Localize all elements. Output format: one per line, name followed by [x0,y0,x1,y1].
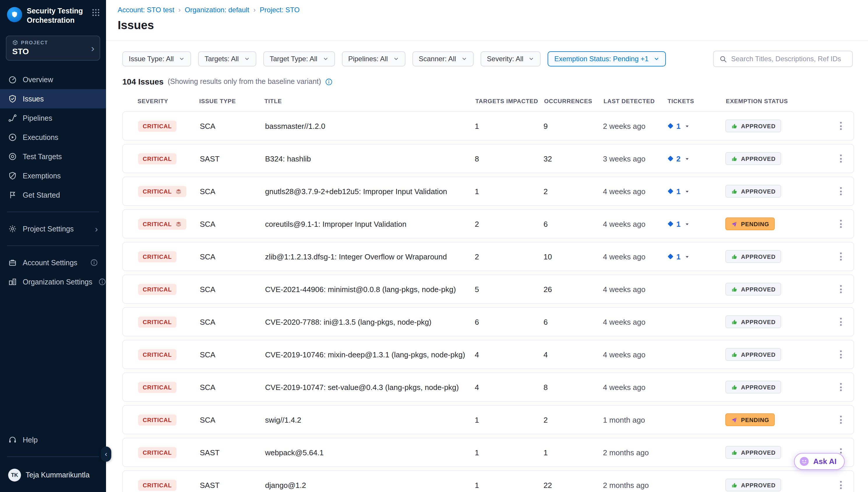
search-box[interactable] [713,51,853,67]
filter-severity[interactable]: Severity: All [481,51,541,67]
occurrences-cell: 9 [544,122,603,130]
gear-icon [8,225,17,233]
sidebar-item-organization-settings[interactable]: Organization Settings [0,272,106,292]
row-menu-icon[interactable] [824,348,845,361]
issue-row[interactable]: CRITICALSCACVE-2019-10746: mixin-deep@1.… [122,340,854,369]
issue-row[interactable]: CRITICALSCAswig//1.4.2121 month agoPENDI… [122,405,854,434]
row-menu-icon[interactable] [824,120,845,132]
issue-title[interactable]: swig//1.4.2 [265,415,475,424]
search-icon [719,55,727,63]
row-menu-icon[interactable] [824,315,845,328]
tickets-cell: 1 [667,122,725,130]
chevron-down-icon[interactable] [684,189,690,194]
issue-title[interactable]: B324: hashlib [265,154,475,163]
filter-scanner[interactable]: Scanner: All [412,51,473,67]
issue-row[interactable]: CRITICALSCACVE-2019-10747: set-value@0.4… [122,372,854,402]
chevron-down-icon[interactable] [684,221,690,226]
issue-row[interactable]: CRITICALSCACVE-2021-44906: minimist@0.0.… [122,275,854,304]
chevron-down-icon[interactable] [684,123,690,128]
chevron-down-icon[interactable] [684,156,690,161]
severity-cell: CRITICAL [138,447,200,458]
sidebar-item-get-started[interactable]: Get Started [0,186,106,205]
filter-target-type[interactable]: Target Type: All [263,51,335,67]
issue-row[interactable]: CRITICALSASTB324: hashlib8323 weeks ago2… [122,144,854,173]
chevron-down-icon[interactable] [684,254,690,259]
occurrences-cell: 2 [544,187,603,196]
exemption-status-cell: APPROVED [725,381,824,393]
row-menu-icon[interactable] [824,283,845,296]
info-icon[interactable] [325,78,333,85]
search-input[interactable] [731,55,846,63]
issue-row[interactable]: CRITICALSCACVE-2020-7788: ini@1.3.5 (lan… [122,307,854,336]
tickets-cell: 1 [667,187,725,196]
breadcrumb-link-organization-default[interactable]: Organization: default [185,6,249,14]
chevron-right-icon: › [95,224,98,234]
sidebar-item-label: Account Settings [23,259,77,267]
issue-count-note: (Showing results only from the baseline … [168,77,321,86]
filter-pipelines[interactable]: Pipelines: All [342,51,405,67]
issue-title[interactable]: CVE-2021-44906: minimist@0.0.8 (lang-pkg… [265,285,475,294]
row-menu-icon[interactable] [824,250,845,263]
last-detected-cell: 2 months ago [603,481,667,489]
filter-targets[interactable]: Targets: All [198,51,256,67]
breadcrumb-link-project-sto[interactable]: Project: STO [260,6,300,14]
pipelines-icon [8,114,17,123]
sidebar-item-issues[interactable]: Issues [0,90,106,109]
sidebar-item-pipelines[interactable]: Pipelines [0,109,106,128]
row-menu-icon[interactable] [824,152,845,165]
occurrences-cell: 10 [544,252,603,261]
filter-exemption-status[interactable]: Exemption Status: Pending +1 [548,51,666,67]
row-menu-icon[interactable] [824,413,845,426]
sidebar-item-overview[interactable]: Overview [0,70,106,90]
page-header: Account: STO test›Organization: default›… [106,0,868,41]
sidebar-item-project-settings[interactable]: Project Settings › [0,220,106,239]
exemption-status-cell: APPROVED [725,152,824,165]
issue-title[interactable]: django@1.2 [265,481,475,489]
ticket-count: 1 [676,187,680,196]
issue-type-cell: SCA [200,122,265,130]
issue-title[interactable]: CVE-2019-10746: mixin-deep@1.3.1 (lang-p… [265,350,475,359]
issue-type-cell: SAST [200,448,265,457]
row-menu-icon[interactable] [824,185,845,198]
project-selector[interactable]: PROJECT STO › [6,36,100,61]
sidebar-item-help[interactable]: Help [0,430,106,449]
severity-cell: CRITICAL [138,120,200,131]
breadcrumb-link-account-sto-test[interactable]: Account: STO test [118,6,174,14]
issue-row[interactable]: CRITICALSASTdjango@1.21222 months agoAPP… [122,470,854,492]
targets-impacted-cell: 1 [475,122,544,130]
row-menu-icon[interactable] [824,217,845,230]
sidebar-item-account-settings[interactable]: Account Settings [0,253,106,272]
issue-row[interactable]: CRITICALSCAzlib@1:1.2.13.dfsg-1: Integer… [122,242,854,271]
severity-badge: CRITICAL [138,218,186,229]
issue-title[interactable]: gnutls28@3.7.9-2+deb12u5: Improper Input… [265,187,475,196]
ask-ai-button[interactable]: Ask AI [794,453,845,470]
issue-row[interactable]: CRITICALSCAbassmaster//1.2.0192 weeks ag… [122,111,854,141]
filter-issue-type[interactable]: Issue Type: All [122,51,191,67]
container-image-icon [175,221,182,227]
issue-title[interactable]: bassmaster//1.2.0 [265,122,475,130]
issue-title[interactable]: coreutils@9.1-1: Improper Input Validati… [265,220,475,228]
last-detected-cell: 4 weeks ago [603,187,667,196]
issue-row[interactable]: CRITICALSCAgnutls28@3.7.9-2+deb12u5: Imp… [122,177,854,206]
row-menu-icon[interactable] [824,478,845,491]
status-badge: APPROVED [725,120,782,132]
sidebar-item-executions[interactable]: Executions [0,128,106,147]
issue-title[interactable]: CVE-2020-7788: ini@1.3.5 (lang-pkgs, nod… [265,317,475,326]
sidebar-collapse-handle[interactable]: ‹ [101,446,111,462]
issue-row[interactable]: CRITICALSCAcoreutils@9.1-1: Improper Inp… [122,209,854,239]
issue-row[interactable]: CRITICALSASTwebpack@5.64.1112 months ago… [122,438,854,467]
main-content: Account: STO test›Organization: default›… [106,0,868,492]
row-menu-icon[interactable] [824,381,845,393]
module-grid-icon[interactable] [91,8,100,17]
user-profile[interactable]: TK Teja Kummarikuntla [0,464,106,487]
issue-title[interactable]: webpack@5.64.1 [265,448,475,457]
severity-badge: CRITICAL [138,447,177,458]
issues-table: SEVERITYISSUE TYPETITLETARGETS IMPACTEDO… [106,86,868,492]
sidebar-item-test-targets[interactable]: Test Targets [0,147,106,167]
sidebar-item-exemptions[interactable]: Exemptions [0,167,106,186]
app-title: Security Testing Orchestration [27,6,87,25]
issue-title[interactable]: zlib@1:1.2.13.dfsg-1: Integer Overflow o… [265,252,475,261]
sidebar-item-label: Exemptions [23,172,61,180]
issue-title[interactable]: CVE-2019-10747: set-value@0.4.3 (lang-pk… [265,383,475,391]
filter-bar: Issue Type: AllTargets: AllTarget Type: … [106,41,868,67]
